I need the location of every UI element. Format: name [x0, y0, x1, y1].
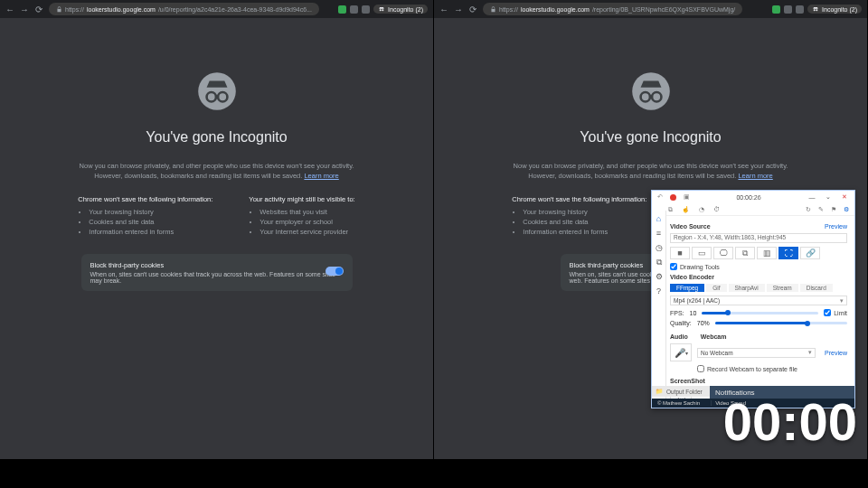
url-path: /u/0/reporting/a2c4a21e-26a3-4cea-9348-d…	[158, 6, 312, 13]
browser-window-left: ← → ⟳ https://lookerstudio.google.com/u/…	[0, 0, 434, 459]
region-source-button[interactable]: ⧉	[735, 247, 755, 259]
reload-button[interactable]: ⟳	[468, 5, 477, 14]
incognito-chip[interactable]: Incognito (2)	[373, 5, 428, 14]
window-source-button[interactable]: ▭	[692, 247, 712, 259]
record-button[interactable]	[670, 194, 676, 201]
edit-icon[interactable]: ✎	[818, 206, 824, 213]
wont-save-column: Chrome won't save the following informat…	[78, 195, 212, 238]
codec-select[interactable]: Mp4 (x264 | AAC)▾	[670, 296, 847, 305]
webcam-separate-label: Record Webcam to separate file	[707, 366, 797, 372]
incognito-chip-label: Incognito (2)	[388, 6, 423, 13]
camera-icon[interactable]: ▣	[684, 193, 690, 201]
extensions-button[interactable]	[350, 5, 358, 14]
cookie-box: Block third-party cookies When on, sites…	[81, 254, 353, 291]
expand-button[interactable]: ⌄	[824, 193, 833, 201]
flag-icon[interactable]: ⚑	[831, 206, 836, 213]
address-bar[interactable]: https://lookerstudio.google.com/u/0/repo…	[49, 3, 319, 15]
list-item: Your employer or school	[259, 218, 354, 226]
clock-tab[interactable]: ◷	[655, 243, 664, 252]
svg-point-1	[382, 9, 383, 11]
extensions-button[interactable]	[784, 5, 792, 14]
list-item: Information entered in forms	[89, 228, 212, 236]
tab-gif[interactable]: Gif	[706, 284, 726, 292]
source-buttons: ■ ▭ 🖵 ⧉ ▥ ⛶ 🔗	[670, 247, 820, 259]
author-label: © Mathew Sachin	[657, 400, 700, 406]
captura-window[interactable]: ↶ ▣ 00:00:26 — ⌄ ✕ ⧉ ☝ ◔ ⏱ ↻ ✎ ⚑ ⚙ ⌂ ≡ ◷…	[651, 190, 855, 408]
captura-toolbar: ⧉ ☝ ◔ ⏱ ↻ ✎ ⚑ ⚙	[652, 203, 854, 216]
quality-slider[interactable]	[715, 322, 847, 324]
url-scheme: https://	[65, 6, 84, 13]
timer-icon[interactable]: ⏱	[713, 206, 720, 212]
sync-icon[interactable]: ↻	[806, 206, 811, 213]
limit-checkbox[interactable]	[824, 309, 831, 316]
link-source-button[interactable]: 🔗	[800, 247, 820, 259]
tab-discard[interactable]: Discard	[800, 284, 833, 292]
list-tab[interactable]: ≡	[655, 229, 664, 238]
fps-value: 10	[690, 310, 697, 316]
extension-icon-2[interactable]	[362, 5, 370, 14]
drawing-tools-checkbox[interactable]	[670, 263, 677, 270]
wont-save-column: Chrome won't save the following informat…	[512, 195, 646, 238]
reload-button[interactable]: ⟳	[34, 5, 43, 14]
region-input[interactable]: Region - X:4, Y:48, Width:1863, Height:9…	[670, 233, 847, 243]
extension-icon[interactable]	[772, 5, 780, 14]
webcam-select[interactable]: No Webcam▾	[697, 348, 816, 358]
list-item: Your Internet service provider	[259, 228, 354, 236]
undo-icon[interactable]: ↶	[657, 193, 663, 201]
lock-icon	[490, 6, 496, 13]
cookie-toggle[interactable]	[326, 267, 344, 276]
incognito-page: You've gone Incognito Now you can browse…	[0, 18, 433, 459]
preview-link[interactable]: Preview	[825, 223, 847, 230]
captura-titlebar[interactable]: ↶ ▣ 00:00:26 — ⌄ ✕	[652, 191, 854, 203]
incognito-title: You've gone Incognito	[146, 129, 287, 145]
tab-ffmpeg[interactable]: FFmpeg	[670, 284, 704, 292]
settings-tab[interactable]: ⚙	[655, 272, 664, 281]
home-tab[interactable]: ⌂	[655, 214, 664, 223]
forward-button[interactable]: →	[20, 5, 29, 14]
address-bar[interactable]: https://lookerstudio.google.com/reportin…	[483, 3, 742, 15]
tab-sharpavi[interactable]: SharpAvi	[729, 284, 765, 292]
fullscreen-source-button[interactable]: ⛶	[778, 247, 798, 259]
help-tab[interactable]: ?	[655, 286, 664, 296]
incognito-title: You've gone Incognito	[580, 129, 721, 145]
list-item: Information entered in forms	[523, 228, 646, 236]
svg-point-8	[632, 72, 670, 110]
forward-button[interactable]: →	[454, 5, 463, 14]
webcam-separate-checkbox[interactable]	[697, 365, 704, 372]
tab-stream[interactable]: Stream	[767, 284, 798, 292]
crop-tab[interactable]: ⧉	[655, 258, 664, 267]
svg-rect-5	[214, 96, 218, 98]
webcam-preview-link[interactable]: Preview	[825, 350, 847, 356]
screen-source-button[interactable]: 🖵	[713, 247, 733, 259]
svg-point-0	[380, 9, 382, 11]
monitor-source-button[interactable]: ▥	[757, 247, 777, 259]
webcam-source-button[interactable]: ■	[670, 247, 690, 259]
incognito-icon	[378, 5, 385, 13]
list-item: Your browsing history	[89, 208, 212, 216]
fps-slider[interactable]	[702, 312, 818, 314]
captura-body: Video Source Preview Region - X:4, Y:48,…	[652, 216, 854, 408]
back-button[interactable]: ←	[5, 5, 14, 14]
minimize-button[interactable]: —	[807, 194, 816, 201]
audio-mic-button[interactable]: 🎤▾	[670, 343, 692, 361]
screenshot-icon[interactable]: ⧉	[668, 206, 673, 213]
list-item: Cookies and site data	[89, 218, 212, 226]
cursor-icon[interactable]: ☝	[682, 206, 690, 213]
close-button[interactable]: ✕	[840, 193, 849, 201]
learn-more-link[interactable]: Learn more	[304, 172, 338, 180]
svg-rect-11	[648, 96, 652, 98]
back-button[interactable]: ←	[439, 5, 448, 14]
url-host: lookerstudio.google.com	[87, 6, 156, 13]
extension-icon-2[interactable]	[796, 5, 804, 14]
video-encoder-label: Video Encoder	[670, 274, 714, 280]
incognito-blurb: Now you can browse privately, and other …	[514, 162, 788, 181]
gear-icon[interactable]: ⚙	[844, 206, 849, 213]
svg-point-6	[814, 9, 816, 11]
incognito-blurb: Now you can browse privately, and other …	[80, 162, 354, 181]
incognito-chip[interactable]: Incognito (2)	[807, 5, 862, 14]
clicks-icon[interactable]: ◔	[699, 206, 704, 213]
learn-more-link[interactable]: Learn more	[738, 172, 772, 180]
video-source-label: Video Source	[670, 223, 711, 230]
overlay-clock: 00:00	[723, 391, 857, 452]
extension-icon[interactable]	[338, 5, 346, 14]
